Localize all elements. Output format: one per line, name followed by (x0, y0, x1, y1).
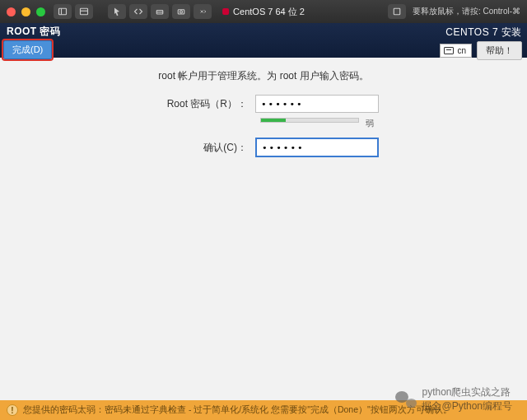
warning-bar: ! 您提供的密码太弱：密码未通过字典检查 - 过于简单化/系统化 您需要按"完成… (0, 400, 527, 420)
page-title: ROOT 密码 (3, 25, 61, 39)
zoom-window-button[interactable] (36, 7, 45, 16)
minimize-window-button[interactable] (21, 7, 30, 16)
mac-titlebar: CentOS 7 64 位 2 要释放鼠标，请按: Control-⌘ (0, 0, 527, 23)
vm-name-label: CentOS 7 64 位 2 (233, 6, 305, 18)
more-tools-button[interactable] (194, 4, 212, 19)
snapshot-tool-button[interactable] (172, 4, 190, 19)
window-controls (7, 7, 45, 16)
keyboard-layout-indicator[interactable]: cn (440, 44, 472, 58)
library-button[interactable] (75, 4, 93, 19)
root-password-input[interactable] (255, 95, 379, 113)
svg-rect-0 (59, 8, 67, 15)
confirm-password-label: 确认(C)： (148, 141, 247, 155)
help-button[interactable]: 帮助！ (477, 41, 522, 60)
pointer-tool-button[interactable] (108, 4, 126, 19)
sidebar-toggle-button[interactable] (54, 4, 72, 19)
svg-point-7 (180, 11, 183, 13)
close-window-button[interactable] (7, 7, 16, 16)
password-strength-label: 弱 (366, 118, 374, 129)
disk-tool-button[interactable] (151, 4, 169, 19)
resize-tool-button[interactable] (129, 4, 147, 19)
release-mouse-hint: 要释放鼠标，请按: Control-⌘ (413, 6, 520, 17)
svg-rect-8 (394, 8, 400, 15)
password-strength-meter (260, 118, 359, 123)
warning-icon: ! (7, 404, 18, 416)
confirm-password-input[interactable] (255, 138, 379, 157)
description-text: root 帐户用于管理系统。为 root 用户输入密码。 (0, 69, 527, 83)
warning-text: 您提供的密码太弱：密码未通过字典检查 - 过于简单化/系统化 您需要按"完成（D… (23, 404, 452, 416)
vm-title: CentOS 7 64 位 2 (222, 6, 305, 18)
centos-logo-icon (222, 8, 229, 15)
keyboard-layout-label: cn (457, 46, 466, 55)
installer-body: root 帐户用于管理系统。为 root 用户输入密码。 Root 密码（R）：… (0, 58, 527, 400)
root-password-label: Root 密码（R）： (148, 97, 247, 111)
installer-header: ROOT 密码 完成(D) CENTOS 7 安装 cn 帮助！ (0, 23, 527, 58)
fullscreen-button[interactable] (388, 4, 406, 19)
svg-rect-2 (81, 8, 88, 15)
password-strength-fill (261, 119, 286, 122)
installer-title: CENTOS 7 安装 (445, 26, 522, 40)
keyboard-icon (444, 47, 454, 54)
done-button[interactable]: 完成(D) (3, 40, 52, 59)
